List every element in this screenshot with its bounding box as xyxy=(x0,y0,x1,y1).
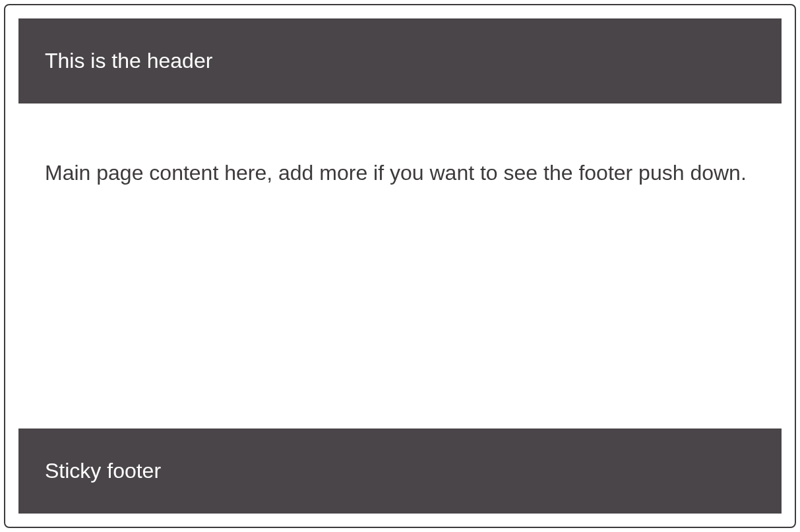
page-content: Main page content here, add more if you … xyxy=(18,103,782,429)
header-text: This is the header xyxy=(45,49,212,73)
content-text: Main page content here, add more if you … xyxy=(45,161,747,185)
page-header: This is the header xyxy=(18,18,782,103)
page-frame: This is the header Main page content her… xyxy=(4,4,796,528)
page-footer: Sticky footer xyxy=(18,429,782,514)
footer-text: Sticky footer xyxy=(45,459,161,483)
